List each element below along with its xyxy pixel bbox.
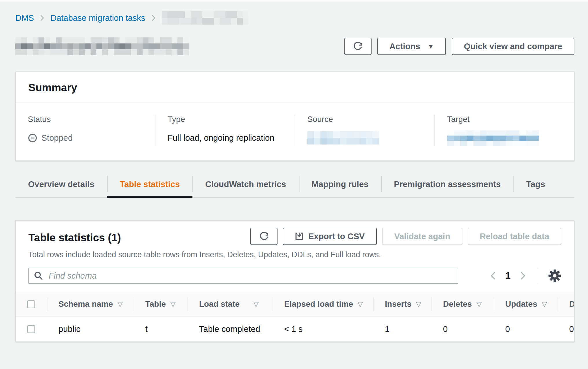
sort-icon[interactable]: ▽ — [117, 300, 123, 308]
pagination: 1 — [489, 267, 561, 284]
cell-elapsed-load-time: < 1 s — [273, 317, 373, 341]
column-header-elapsed-load-time: Elapsed load time — [284, 299, 353, 309]
refresh-icon — [259, 232, 269, 241]
quick-view-compare-button[interactable]: Quick view and compare — [452, 38, 574, 55]
dms-task-page: DMS Database migration tasks Actions — [0, 11, 588, 342]
field-label: Status — [28, 115, 155, 124]
field-label: Source — [307, 115, 434, 124]
schema-search — [28, 268, 458, 284]
breadcrumb: DMS Database migration tasks — [15, 11, 574, 25]
tab-table-statistics[interactable]: Table statistics — [107, 171, 192, 197]
tab-premigration-assessments[interactable]: Premigration assessments — [381, 171, 513, 197]
summary-field-type: Type Full load, ongoing replication — [155, 115, 295, 146]
cell-schema-name: public — [47, 317, 134, 341]
sort-icon[interactable]: ▽ — [477, 300, 482, 308]
summary-card: Summary Status Stopped Type Full load, — [15, 72, 574, 161]
sort-icon[interactable]: ▽ — [170, 300, 176, 308]
select-all-checkbox[interactable] — [27, 300, 35, 308]
refresh-icon — [353, 42, 363, 51]
page-title-redacted — [15, 37, 189, 55]
header-actions: Actions ▼ Quick view and compare — [344, 38, 574, 55]
table-statistics-table: Schema name ▽ Table ▽ Load state ▽ Elaps… — [16, 292, 574, 341]
cell-inserts: 1 — [373, 317, 431, 341]
reload-table-data-button[interactable]: Reload table data — [468, 228, 561, 245]
breadcrumb-redacted-task-name — [162, 11, 249, 25]
quick-view-label: Quick view and compare — [464, 42, 562, 51]
column-header-table: Table — [145, 299, 166, 309]
cell-ddls: 0 — [558, 317, 574, 341]
row-checkbox[interactable] — [27, 325, 35, 333]
sort-icon[interactable]: ▽ — [416, 300, 421, 308]
actions-button-label: Actions — [389, 42, 420, 51]
search-icon — [34, 271, 43, 281]
find-schema-input[interactable] — [48, 271, 453, 281]
breadcrumb-chevron-icon — [40, 14, 45, 22]
validate-again-button[interactable]: Validate again — [382, 228, 462, 245]
source-redacted-link — [307, 131, 379, 145]
refresh-button[interactable] — [344, 38, 372, 55]
tab-mapping-rules[interactable]: Mapping rules — [299, 171, 381, 197]
column-header-ddls-clipped: D — [569, 299, 574, 309]
cell-load-state: Table completed — [188, 317, 273, 341]
table-refresh-button[interactable] — [250, 228, 278, 245]
next-page-button[interactable] — [519, 271, 527, 281]
chevron-left-icon — [489, 271, 497, 281]
chevron-right-icon — [519, 271, 527, 281]
previous-page-button[interactable] — [489, 271, 497, 281]
tab-tags[interactable]: Tags — [513, 171, 558, 197]
summary-field-target: Target — [434, 115, 574, 146]
export-label: Export to CSV — [308, 232, 365, 241]
summary-body: Status Stopped Type Full load, ongoing r… — [16, 103, 574, 160]
table-statistics-title: Table statistics (1) — [28, 232, 121, 244]
table-row: public t Table completed < 1 s 1 0 0 0 — [16, 317, 574, 341]
breadcrumb-link-tasks[interactable]: Database migration tasks — [50, 13, 145, 23]
page-header: Actions ▼ Quick view and compare — [15, 37, 574, 55]
summary-title: Summary — [28, 82, 561, 94]
download-icon — [295, 232, 304, 241]
filter-row: 1 — [16, 259, 574, 292]
cell-table: t — [134, 317, 188, 341]
tab-cloudwatch-metrics[interactable]: CloudWatch metrics — [192, 171, 299, 197]
breadcrumb-chevron-icon — [151, 14, 156, 22]
table-statistics-card: Table statistics (1) — [15, 220, 574, 342]
current-page-number: 1 — [506, 271, 510, 281]
pager-divider — [538, 267, 538, 284]
breadcrumb-link-dms[interactable]: DMS — [15, 13, 34, 23]
column-header-schema-name: Schema name — [58, 299, 113, 309]
cell-updates: 0 — [494, 317, 558, 341]
field-label: Target — [447, 115, 574, 124]
sort-icon[interactable]: ▽ — [253, 300, 259, 308]
actions-button[interactable]: Actions ▼ — [377, 38, 446, 55]
field-label: Type — [168, 115, 295, 124]
cell-deletes: 0 — [431, 317, 494, 341]
column-header-inserts: Inserts — [385, 299, 411, 309]
summary-field-status: Status Stopped — [16, 115, 155, 146]
table-statistics-buttons: Export to CSV Validate again Reload tabl… — [250, 228, 561, 245]
summary-field-source: Source — [295, 115, 434, 146]
table-header-row: Schema name ▽ Table ▽ Load state ▽ Elaps… — [16, 292, 574, 317]
column-header-load-state: Load state — [199, 299, 240, 309]
sort-icon[interactable]: ▽ — [358, 300, 363, 308]
table-statistics-description: Total rows include loaded source table r… — [28, 250, 561, 259]
gear-icon — [548, 269, 561, 282]
column-header-updates: Updates — [505, 299, 537, 309]
table-settings-button[interactable] — [548, 269, 561, 282]
table-statistics-header: Table statistics (1) — [16, 221, 574, 259]
top-edge-strip — [0, 0, 588, 1]
stopped-icon — [28, 133, 37, 143]
caret-down-icon: ▼ — [428, 43, 434, 50]
column-header-deletes: Deletes — [443, 299, 472, 309]
tab-overview-details[interactable]: Overview details — [15, 171, 107, 197]
sort-icon[interactable]: ▽ — [542, 300, 547, 308]
summary-card-header: Summary — [16, 72, 574, 103]
task-detail-tabs: Overview details Table statistics CloudW… — [15, 171, 574, 198]
export-to-csv-button[interactable]: Export to CSV — [283, 228, 377, 245]
status-text: Stopped — [41, 133, 73, 143]
status-value: Stopped — [28, 130, 155, 145]
target-redacted-link — [447, 130, 539, 146]
type-value: Full load, ongoing replication — [168, 130, 295, 145]
